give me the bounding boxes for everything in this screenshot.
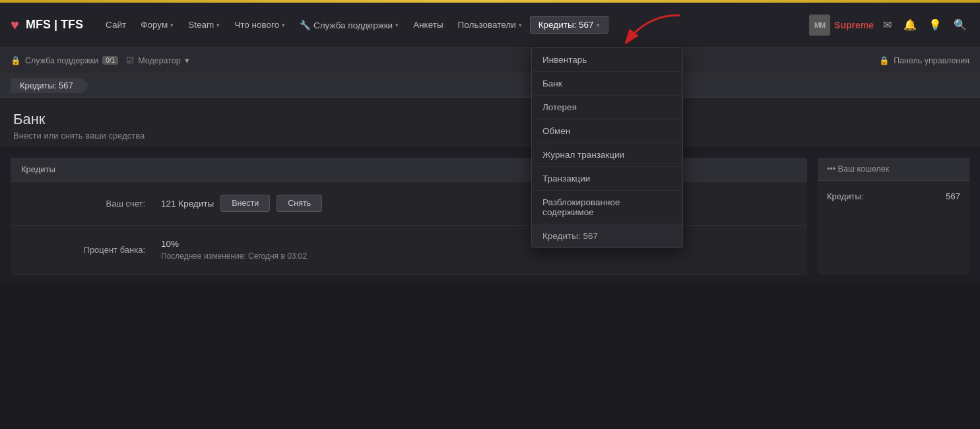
nav-forum[interactable]: Форум ▾	[134, 16, 180, 34]
subnav-left: 🔒 Служба поддержки 0/1 ☑ Модератор ▾	[11, 55, 871, 65]
support-badge: 0/1	[102, 56, 118, 65]
page-subheading: Внести или снять ваши средства	[13, 131, 967, 141]
account-amount: 121 Кредиты	[161, 199, 214, 209]
wallet-credits-value: 567	[946, 191, 960, 201]
check-icon: ☑	[126, 55, 134, 65]
wallet-credits-label: Кредиты:	[827, 191, 864, 201]
nav-whats-new[interactable]: Что нового ▾	[228, 16, 292, 34]
avatar-image: MM	[809, 15, 830, 36]
nav-site[interactable]: Сайт	[99, 16, 133, 34]
nav-credits[interactable]: Кредиты: 567 ▾	[530, 16, 608, 34]
last-change: Последнее изменение: Сегодня в 03:02	[161, 251, 307, 261]
admin-panel-link[interactable]: 🔒 Панель управления	[879, 55, 969, 65]
withdraw-button[interactable]: Снять	[277, 195, 322, 212]
bell-icon[interactable]: 🔔	[901, 16, 919, 34]
panel-body: Ваш счет: 121 Кредиты Внести Снять Проце…	[11, 182, 807, 275]
dropdown-item-credits[interactable]: Кредиты: 567	[532, 224, 682, 248]
chevron-down-icon: ▾	[395, 22, 399, 28]
side-panel-header: ••• Ваш кошелек	[818, 158, 969, 181]
nav-surveys[interactable]: Анкеты	[407, 16, 449, 34]
side-panel: ••• Ваш кошелек Кредиты: 567	[818, 158, 969, 275]
side-panel-body: Кредиты: 567	[818, 181, 969, 212]
wallet-row: Кредиты: 567	[827, 189, 960, 204]
dropdown-item-inventory[interactable]: Инвентарь	[532, 48, 682, 72]
percent-value: 10%	[161, 239, 307, 249]
account-label: Ваш счет:	[26, 199, 145, 209]
chevron-down-icon: ▾	[185, 55, 189, 65]
search-icon[interactable]: 🔍	[951, 16, 969, 34]
bank-percent-row: Процент банка: 10% Последнее изменение: …	[11, 226, 807, 275]
moderator-link[interactable]: ☑ Модератор ▾	[126, 55, 189, 65]
dropdown-item-transactions[interactable]: Транзакции	[532, 167, 682, 191]
bank-percent-label: Процент банка:	[26, 245, 145, 255]
nav-right: MM Supreme ✉ 🔔 💡 🔍	[809, 15, 969, 36]
page-heading: Банк	[13, 111, 967, 128]
dropdown-item-exchange[interactable]: Обмен	[532, 119, 682, 143]
logo-text: MFS | TFS	[26, 18, 83, 32]
page-title-bar: Кредиты: 567	[0, 74, 980, 98]
nav-support[interactable]: 🔧 Служба поддержки ▾	[293, 16, 405, 34]
chevron-down-icon: ▾	[282, 22, 285, 28]
main-panel: Кредиты Ваш счет: 121 Кредиты Внести Сня…	[11, 158, 807, 275]
mail-icon[interactable]: ✉	[880, 16, 894, 34]
account-value: 121 Кредиты Внести Снять	[161, 195, 322, 212]
lock-icon: 🔒	[11, 55, 21, 65]
chevron-down-icon: ▾	[597, 22, 600, 28]
content-grid: Кредиты Ваш счет: 121 Кредиты Внести Сня…	[0, 147, 980, 285]
user-avatar[interactable]: MM Supreme	[809, 15, 874, 36]
deposit-button[interactable]: Внести	[220, 195, 270, 212]
logo-heart-icon: ♥	[11, 16, 19, 34]
username: Supreme	[834, 20, 874, 30]
site-logo[interactable]: ♥ MFS | TFS	[11, 16, 83, 34]
page-section: Банк Внести или снять ваши средства	[0, 98, 980, 147]
nav-links: Сайт Форум ▾ Steam ▾ Что нового ▾ 🔧 Служ…	[99, 16, 804, 34]
credits-dropdown: Инвентарь Банк Лотерея Обмен Журнал тран…	[531, 48, 683, 248]
dropdown-item-unlocked-content[interactable]: Разблокированное содержимое	[532, 191, 682, 224]
credits-badge: Кредиты: 567	[11, 78, 89, 93]
subnav: 🔒 Служба поддержки 0/1 ☑ Модератор ▾ 🔒 П…	[0, 48, 980, 74]
navbar: ♥ MFS | TFS Сайт Форум ▾ Steam ▾ Что нов…	[0, 3, 980, 48]
dropdown-item-lottery[interactable]: Лотерея	[532, 96, 682, 119]
chevron-down-icon: ▾	[170, 22, 174, 28]
lightbulb-icon[interactable]: 💡	[926, 16, 944, 34]
chevron-down-icon: ▾	[216, 22, 220, 28]
dropdown-item-transaction-log[interactable]: Журнал транзакции	[532, 143, 682, 167]
support-link[interactable]: 🔒 Служба поддержки 0/1	[11, 55, 118, 65]
account-row: Ваш счет: 121 Кредиты Внести Снять	[11, 182, 807, 226]
panel-header: Кредиты	[11, 158, 807, 182]
dropdown-item-bank[interactable]: Банк	[532, 72, 682, 96]
chevron-down-icon: ▾	[519, 22, 522, 28]
lock-icon: 🔒	[879, 55, 890, 65]
bank-percent-value-col: 10% Последнее изменение: Сегодня в 03:02	[161, 239, 307, 261]
nav-users[interactable]: Пользователи ▾	[451, 16, 529, 34]
nav-steam[interactable]: Steam ▾	[181, 16, 226, 34]
